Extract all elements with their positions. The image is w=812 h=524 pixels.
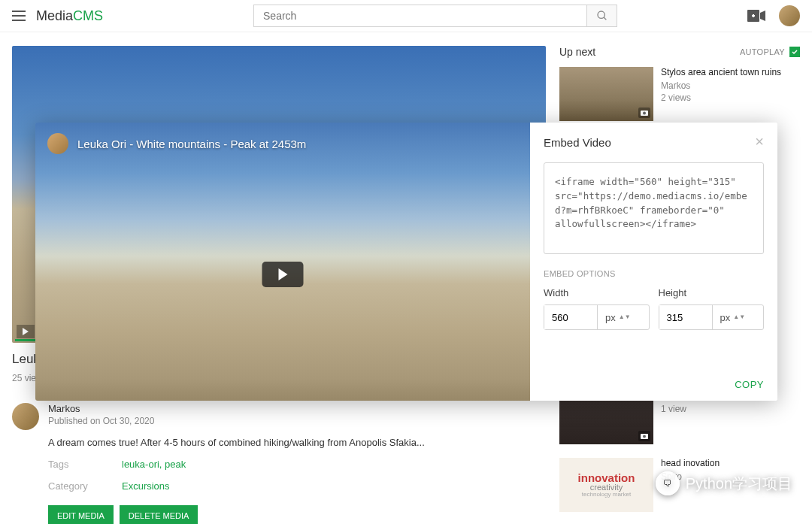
embed-heading: Embed Video [544,136,611,149]
related-item[interactable]: innovation creativity technology market … [559,458,800,512]
related-title: Stylos area ancient town ruins [661,67,781,79]
width-label: Width [544,287,650,298]
category-label: Category [48,480,122,492]
autoplay-toggle[interactable] [789,47,800,57]
modal-video-title: Leuka Ori - White mountains - Peak at 24… [77,138,306,150]
search-button[interactable] [587,5,617,27]
embedded-player[interactable]: Leuka Ori - White mountains - Peak at 24… [35,123,530,401]
autoplay-label: AUTOPLAY [740,47,785,56]
wordcloud-word: technology market [582,492,631,498]
embed-options-label: EMBED OPTIONS [544,269,764,278]
svg-line-1 [604,17,606,20]
camera-icon [638,108,650,118]
wordcloud-word: innovation [578,472,635,483]
sort-icon: ▲▼ [733,314,745,320]
svg-point-10 [643,435,646,438]
close-icon[interactable]: × [755,134,764,149]
copy-button[interactable]: COPY [735,379,764,390]
related-title: head inovation [661,458,720,470]
search-icon [596,10,608,22]
category-link[interactable]: Excursions [122,480,170,492]
embed-modal: Leuka Ori - White mountains - Peak at 24… [35,123,777,401]
related-thumb [559,67,653,121]
related-author: Markos [661,80,781,91]
width-input[interactable] [544,305,597,329]
uploader-avatar[interactable] [12,403,39,430]
tag-link[interactable]: peak [165,459,186,470]
upnext-heading: Up next [559,46,595,58]
camera-icon [638,431,650,441]
tag-link[interactable]: leuka-ori [122,459,159,470]
logo-suffix: CMS [73,8,103,23]
delete-media-button[interactable]: DELETE MEDIA [120,505,198,524]
related-views: 2 views [661,92,781,103]
sort-icon: ▲▼ [619,314,631,320]
svg-point-0 [598,11,604,18]
height-unit-select[interactable]: px▲▼ [712,305,753,329]
uploader-name[interactable]: Markos [48,403,425,414]
embed-code-textarea[interactable]: <iframe width="560" height="315" src="ht… [544,162,764,254]
svg-marker-6 [23,328,29,335]
related-author: Spiro [661,471,720,482]
svg-point-8 [643,112,646,115]
search-input[interactable] [253,5,587,27]
check-icon [791,48,798,56]
logo-prefix: Media [36,8,73,23]
play-button[interactable] [262,262,304,287]
app-logo[interactable]: MediaCMS [36,8,103,24]
related-thumb: innovation creativity technology market [559,458,653,512]
height-label: Height [659,287,765,298]
play-control-icon [17,325,35,338]
modal-avatar [47,133,68,154]
user-avatar[interactable] [779,5,800,26]
play-icon [278,268,287,280]
menu-icon[interactable] [12,11,26,21]
width-unit-select[interactable]: px▲▼ [597,305,638,329]
edit-media-button[interactable]: EDIT MEDIA [48,505,114,524]
svg-marker-5 [760,11,765,21]
upload-icon[interactable] [747,10,765,22]
tags-label: Tags [48,459,122,470]
publish-date: Published on Oct 30, 2020 [48,416,425,426]
video-description: A dream comes true! After 4-5 hours of c… [48,437,425,448]
height-input[interactable] [659,305,712,329]
svg-rect-4 [753,14,754,17]
related-item[interactable]: Stylos area ancient town ruins Markos 2 … [559,67,800,121]
related-views: 1 view [661,404,690,414]
